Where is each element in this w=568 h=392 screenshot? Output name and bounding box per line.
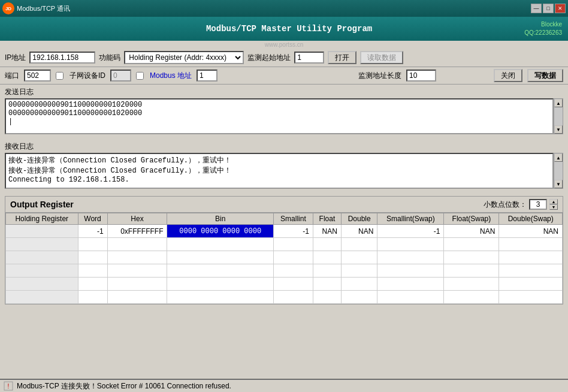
recv-log-line2: 接收-连接异常（Connection Closed Gracefully.），重… — [8, 165, 550, 176]
recv-log-line1: 接收-连接异常（Connection Closed Gracefully.），重… — [8, 155, 550, 165]
empty-hex — [107, 238, 167, 251]
controls-row2: 端口 子网设备ID Modbus 地址 监测地址长度 关闭 写数据 — [0, 67, 568, 85]
recv-log-wrapper: 接收-连接异常（Connection Closed Gracefully.），重… — [5, 153, 563, 189]
monitor-start-label: 监测起始地址 — [247, 53, 291, 63]
send-log-label: 发送日志 — [5, 87, 563, 97]
send-scroll-down[interactable]: ▼ — [554, 125, 563, 134]
col-header-double: Double — [341, 213, 377, 225]
write-button[interactable]: 写数据 — [527, 69, 563, 82]
ip-label: IP地址 — [5, 53, 26, 63]
send-scroll-up[interactable]: ▲ — [554, 99, 563, 107]
monitor-len-input[interactable] — [406, 70, 436, 82]
monitor-start-input[interactable] — [294, 52, 324, 64]
send-log-scrollbar[interactable]: ▲ ▼ — [554, 98, 563, 134]
close-button[interactable]: 关闭 — [494, 69, 522, 82]
recv-log-area[interactable]: 接收-连接异常（Connection Closed Gracefully.），重… — [5, 153, 554, 189]
cell-float: NAN — [313, 225, 341, 238]
func-label: 功能码 — [99, 53, 120, 63]
empty-word — [78, 238, 107, 251]
col-header-bin: Bin — [167, 213, 273, 225]
controls-row1: IP地址 功能码 Holding Register (Addr: 4xxxx) … — [0, 49, 568, 67]
empty-bin — [167, 238, 273, 251]
header-right-line1: Blockke — [524, 20, 562, 29]
recv-log-section: 接收日志 接收-连接异常（Connection Closed Gracefull… — [0, 139, 568, 191]
modbus-input[interactable] — [197, 70, 217, 82]
table-row-empty-4 — [6, 278, 563, 291]
cell-double-swap: NAN — [499, 225, 563, 238]
table-row-empty-5 — [6, 291, 563, 304]
app-logo: JD — [2, 2, 14, 14]
titlebar-left: JD Modbus/TCP 通讯 — [2, 2, 70, 14]
watermark: www.portss.cn — [0, 41, 568, 49]
modbus-label: Modbus 地址 — [150, 71, 192, 81]
empty-float-swap — [444, 238, 499, 251]
col-header-smallint: Smallint — [273, 213, 313, 225]
status-icon: ! — [4, 381, 13, 391]
send-log-line3: | — [8, 117, 550, 126]
subnet-label: 子网设备ID — [70, 71, 105, 81]
empty-smallint — [273, 238, 313, 251]
subnet-input[interactable] — [110, 70, 131, 82]
decimal-up[interactable]: ▲ — [549, 199, 558, 204]
output-table: Holding Register Word Hex Bin Smallint F… — [5, 213, 563, 304]
empty-smallint-swap — [377, 238, 444, 251]
header-right-line2: QQ:22236263 — [524, 29, 562, 37]
func-select[interactable]: Holding Register (Addr: 4xxxx) — [124, 51, 244, 64]
send-log-wrapper: 0000000000009011000000001020000 00000000… — [5, 98, 563, 134]
send-log-area[interactable]: 0000000000009011000000001020000 00000000… — [5, 98, 554, 134]
decimal-control: 小数点位数： ▲ ▼ — [484, 199, 558, 210]
empty-float — [313, 238, 341, 251]
cell-hex: 0xFFFFFFFF — [107, 225, 167, 238]
output-title: Output Register — [10, 200, 74, 209]
send-log-section: 发送日志 0000000000009011000000001020000 000… — [0, 85, 568, 137]
maximize-button[interactable]: □ — [543, 4, 554, 13]
decimal-input[interactable] — [529, 199, 547, 210]
output-header: Output Register 小数点位数： ▲ ▼ — [5, 197, 563, 213]
monitor-len-label: 监测地址长度 — [358, 71, 401, 81]
open-button[interactable]: 打开 — [328, 51, 356, 64]
minimize-button[interactable]: — — [531, 4, 542, 13]
header-title: Modbus/TCP Master Utility Program — [54, 24, 524, 34]
subnet-checkbox[interactable] — [56, 72, 64, 80]
svg-text:!: ! — [8, 383, 10, 390]
col-header-float-swap: Float(Swap) — [444, 213, 499, 225]
decimal-spinner[interactable]: ▲ ▼ — [549, 199, 558, 210]
cell-holding — [6, 225, 78, 238]
titlebar-controls[interactable]: — □ ✕ — [531, 4, 566, 13]
cell-smallint-swap: -1 — [377, 225, 444, 238]
cell-float-swap: NAN — [444, 225, 499, 238]
cell-bin: 0000 0000 0000 0000 — [167, 225, 273, 238]
recv-log-label: 接收日志 — [5, 141, 563, 152]
output-register-section: Output Register 小数点位数： ▲ ▼ Holding Regis… — [5, 196, 563, 304]
ip-input[interactable] — [29, 52, 95, 64]
header-right: Blockke QQ:22236263 — [524, 20, 562, 37]
table-row-empty-1 — [6, 238, 563, 251]
empty-holding-2 — [6, 251, 78, 264]
send-log-line1: 0000000000009011000000001020000 — [8, 101, 550, 109]
modbus-checkbox[interactable] — [136, 72, 144, 80]
empty-double-swap — [499, 238, 563, 251]
statusbar: ! Modbus-TCP 连接失败！Socket Error # 10061 C… — [0, 379, 568, 392]
cell-word: -1 — [78, 225, 107, 238]
table-row-empty-2 — [6, 251, 563, 264]
empty-double — [341, 238, 377, 251]
col-header-holding: Holding Register — [6, 213, 78, 225]
read-button[interactable]: 读取数据 — [360, 51, 403, 64]
decimal-label: 小数点位数： — [484, 200, 527, 210]
recv-log-line3: Connecting to 192.168.1.158. — [8, 176, 550, 184]
recv-scroll-down[interactable]: ▼ — [554, 180, 563, 188]
status-text: Modbus-TCP 连接失败！Socket Error # 10061 Con… — [17, 381, 231, 391]
send-scroll-track — [554, 107, 563, 125]
decimal-down[interactable]: ▼ — [549, 204, 558, 210]
port-input[interactable] — [24, 70, 51, 82]
recv-log-scrollbar[interactable]: ▲ ▼ — [554, 153, 563, 189]
titlebar: JD Modbus/TCP 通讯 — □ ✕ — [0, 0, 568, 17]
table-row: -1 0xFFFFFFFF 0000 0000 0000 0000 -1 NAN… — [6, 225, 563, 238]
port-label: 端口 — [5, 71, 19, 81]
titlebar-title: Modbus/TCP 通讯 — [17, 4, 70, 13]
cell-double: NAN — [341, 225, 377, 238]
close-button[interactable]: ✕ — [555, 4, 566, 13]
empty-holding — [6, 238, 78, 251]
recv-scroll-up[interactable]: ▲ — [554, 153, 563, 162]
col-header-hex: Hex — [107, 213, 167, 225]
